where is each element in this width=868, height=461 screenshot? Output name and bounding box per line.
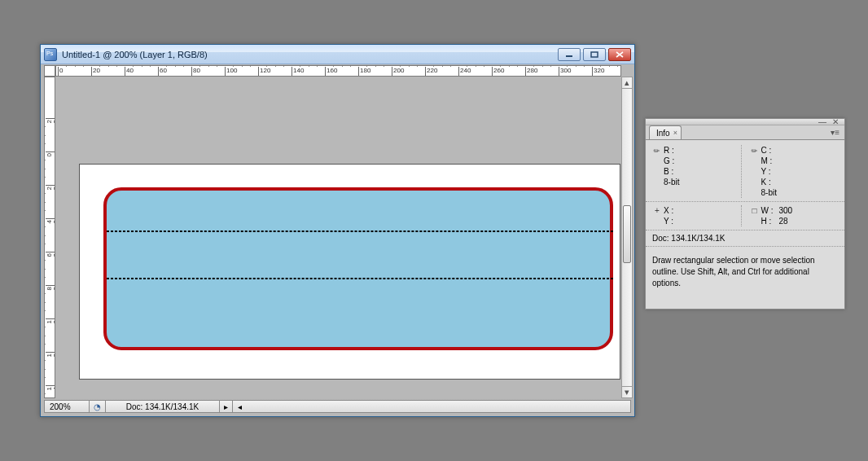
ruler-horizontal[interactable]: 0204060801001201401601802002202402602803… bbox=[55, 65, 621, 77]
close-button[interactable] bbox=[608, 48, 631, 61]
status-expose-icon[interactable]: ◔ bbox=[90, 401, 106, 412]
panel-minimize-icon[interactable]: — bbox=[818, 120, 826, 125]
h-val: 28 bbox=[778, 217, 839, 226]
tab-info-close-icon[interactable]: × bbox=[673, 129, 677, 137]
scroll-up-arrow[interactable]: ▴ bbox=[622, 77, 632, 89]
docsize-field[interactable]: Doc: 134.1K/134.1K bbox=[106, 401, 220, 412]
photoshop-icon bbox=[44, 48, 57, 61]
panel-header[interactable]: — ✕ bbox=[646, 119, 844, 125]
tab-info-label: Info bbox=[656, 129, 670, 138]
info-docsize: Doc: 134.1K/134.1K bbox=[652, 234, 838, 243]
w-label: W : bbox=[761, 206, 776, 215]
cmyk-y-label: Y : bbox=[761, 167, 776, 176]
bit-depth-right: 8-bit bbox=[761, 188, 777, 197]
eyedropper-icon-2: ✎ bbox=[750, 147, 760, 155]
info-panel-body: ✎R : G : B : 8-bit ✎C : M : Y : K : 8-bi… bbox=[646, 140, 844, 296]
y-label: Y : bbox=[664, 217, 678, 226]
eyedropper-icon: ✎ bbox=[652, 147, 662, 155]
document-window: Untitled-1 @ 200% (Layer 1, RGB/8) 02040… bbox=[40, 44, 635, 417]
bit-depth-left: 8-bit bbox=[664, 178, 679, 187]
panel-tabs: Info × ▾≡ bbox=[646, 125, 844, 140]
minimize-button[interactable] bbox=[558, 48, 581, 61]
docsize-menu-arrow[interactable]: ▸ bbox=[220, 401, 233, 412]
x-label: X : bbox=[664, 206, 678, 215]
rgb-b-label: B : bbox=[664, 167, 678, 176]
crosshair-icon: + bbox=[652, 206, 662, 215]
zoom-field[interactable]: 200% bbox=[45, 401, 90, 412]
info-tool-hint: Draw rectangular selection or move selec… bbox=[652, 250, 838, 289]
scroll-down-arrow[interactable]: ▾ bbox=[622, 386, 632, 397]
rgb-r-label: R : bbox=[664, 146, 678, 155]
panel-menu-icon[interactable]: ▾≡ bbox=[831, 128, 840, 137]
svg-rect-1 bbox=[591, 52, 598, 57]
selection-marquee-bottom[interactable] bbox=[107, 278, 613, 279]
w-val: 300 bbox=[778, 206, 839, 215]
document-canvas[interactable] bbox=[79, 164, 620, 380]
h-label: H : bbox=[761, 217, 776, 226]
cmyk-c-label: C : bbox=[761, 146, 776, 155]
titlebar[interactable]: Untitled-1 @ 200% (Layer 1, RGB/8) bbox=[41, 45, 634, 64]
cmyk-k-label: K : bbox=[761, 178, 776, 187]
selection-marquee-top[interactable] bbox=[107, 230, 613, 232]
ruler-origin[interactable] bbox=[44, 65, 55, 77]
maximize-button[interactable] bbox=[583, 48, 606, 61]
rounded-rect-shape[interactable] bbox=[103, 187, 613, 350]
dimensions-icon: □ bbox=[750, 206, 760, 215]
rgb-g-label: G : bbox=[664, 156, 678, 165]
vertical-scrollbar[interactable]: ▴ ▾ bbox=[621, 77, 633, 398]
ruler-vertical[interactable]: 20020406080100120140 bbox=[44, 77, 55, 398]
svg-rect-0 bbox=[566, 55, 572, 57]
doc-title: Untitled-1 @ 200% (Layer 1, RGB/8) bbox=[62, 50, 208, 59]
info-panel: — ✕ Info × ▾≡ ✎R : G : B : 8-bit ✎C : M … bbox=[645, 118, 845, 310]
info-color-section: ✎R : G : B : 8-bit ✎C : M : Y : K : 8-bi… bbox=[652, 145, 838, 198]
status-bar: 200% ◔ Doc: 134.1K/134.1K ▸ ◂ bbox=[44, 400, 631, 413]
hscroll-left-arrow[interactable]: ◂ bbox=[233, 401, 246, 412]
tab-info[interactable]: Info × bbox=[649, 125, 682, 139]
canvas-area[interactable] bbox=[55, 77, 621, 398]
info-position-section: +X : Y : □W :300 H :28 bbox=[652, 205, 838, 226]
vertical-scroll-thumb[interactable] bbox=[623, 205, 631, 263]
panel-close-icon[interactable]: ✕ bbox=[831, 120, 840, 125]
cmyk-m-label: M : bbox=[761, 156, 776, 165]
